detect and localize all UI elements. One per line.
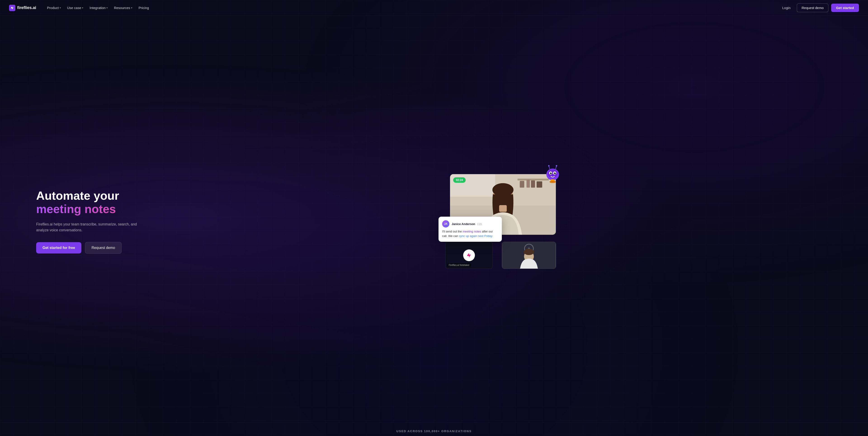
svg-point-12 <box>555 173 556 173</box>
participant-video-tile <box>502 242 556 269</box>
nav-link-resources[interactable]: Resources ▾ <box>111 4 135 11</box>
hero-visual: 02:24 JA Janice Anderson 1:21 I'll send … <box>163 174 832 269</box>
chat-bubble: JA Janice Anderson 1:21 I'll send out th… <box>438 216 502 242</box>
svg-point-2 <box>548 165 550 167</box>
svg-line-1 <box>549 166 550 169</box>
nav-item-resources: Resources ▾ <box>111 4 135 11</box>
nav-item-usecase: Use case ▾ <box>64 4 86 11</box>
organizations-count-text: USED ACROSS 100,000+ ORGANIZATIONS <box>7 430 861 433</box>
chat-timestamp: 1:21 <box>477 223 482 226</box>
hero-content: Automate your meeting notes Fireflies.ai… <box>36 189 149 254</box>
nav-left: fireflies.ai Product ▾ Use case ▾ Integr… <box>9 4 152 11</box>
hero-title-line1: Automate your <box>36 189 149 203</box>
participant-video-background <box>502 242 556 269</box>
nav-link-product[interactable]: Product ▾ <box>44 4 64 11</box>
nav-link-usecase[interactable]: Use case ▾ <box>64 4 86 11</box>
get-started-free-button[interactable]: Get started for free <box>36 242 81 254</box>
timer-badge: 02:24 <box>453 177 466 183</box>
svg-rect-25 <box>499 205 507 212</box>
svg-rect-19 <box>526 180 530 188</box>
nav-item-integration: Integration ▾ <box>87 4 110 11</box>
navbar: fireflies.ai Product ▾ Use case ▾ Integr… <box>0 0 868 16</box>
hero-section: Automate your meeting notes Fireflies.ai… <box>0 16 868 423</box>
nav-link-integration[interactable]: Integration ▾ <box>87 4 110 11</box>
social-proof-banner: USED ACROSS 100,000+ ORGANIZATIONS <box>0 423 868 436</box>
fireflies-logo-circle <box>463 249 475 261</box>
chat-avatar: JA <box>442 220 450 228</box>
notetaker-video-tile: Fireflies.ai Notetaker <box>445 242 493 269</box>
get-started-nav-button[interactable]: Get started <box>831 4 859 12</box>
fireflies-logo-icon <box>9 5 16 11</box>
logo-link[interactable]: fireflies.ai <box>9 5 36 11</box>
svg-point-4 <box>556 165 557 167</box>
chevron-down-icon: ▾ <box>106 6 107 9</box>
chevron-down-icon: ▾ <box>82 6 83 9</box>
chat-text-before: I'll send out the <box>442 230 463 233</box>
hero-description: Fireflies.ai helps your team transcribe,… <box>36 222 149 233</box>
nav-links: Product ▾ Use case ▾ Integration ▾ Resou… <box>44 4 152 11</box>
nav-right: Login Request demo Get started <box>779 3 859 12</box>
chat-link-meeting-notes[interactable]: meeting notes <box>463 230 481 233</box>
svg-rect-18 <box>520 181 524 188</box>
chevron-down-icon: ▾ <box>131 6 132 9</box>
svg-point-31 <box>524 249 534 255</box>
svg-point-14 <box>550 181 556 183</box>
hero-buttons: Get started for free Request demo <box>36 242 149 254</box>
svg-line-3 <box>556 166 557 169</box>
svg-rect-21 <box>537 181 542 188</box>
chat-sender-info: Janice Anderson 1:21 <box>452 222 482 226</box>
chat-sender-name: Janice Anderson <box>452 222 475 226</box>
notetaker-label: Fireflies.ai Notetaker <box>447 263 471 267</box>
request-demo-hero-button[interactable]: Request demo <box>85 242 122 254</box>
chevron-down-icon: ▾ <box>60 6 61 9</box>
logo-text: fireflies.ai <box>17 5 36 10</box>
svg-point-11 <box>551 173 552 173</box>
hero-title-line2: meeting notes <box>36 202 149 216</box>
nav-item-pricing: Pricing <box>136 4 152 11</box>
chat-header: JA Janice Anderson 1:21 <box>442 220 498 228</box>
login-button[interactable]: Login <box>779 4 794 11</box>
chat-link-sync[interactable]: sync up again next Friday. <box>459 234 493 238</box>
nav-link-pricing[interactable]: Pricing <box>136 4 152 11</box>
nav-item-product: Product ▾ <box>44 4 64 11</box>
chat-message: I'll send out the meeting notes after ou… <box>442 229 498 238</box>
video-grid: 02:24 JA Janice Anderson 1:21 I'll send … <box>438 174 556 269</box>
robot-mascot <box>542 165 563 185</box>
request-demo-nav-button[interactable]: Request demo <box>797 3 829 12</box>
svg-rect-20 <box>531 180 535 188</box>
